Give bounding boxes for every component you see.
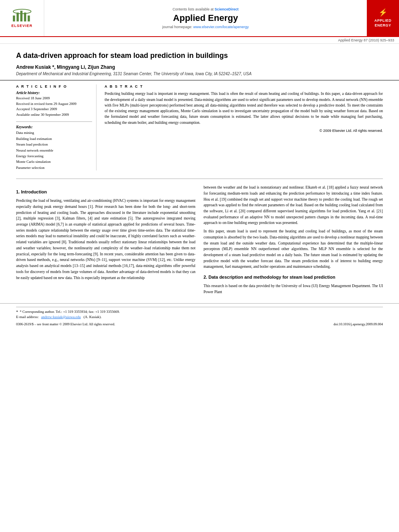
svg-rect-1 [16,12,19,21]
body-col-left: 1. Introduction Predicting the load of h… [16,185,195,298]
body-col-right: between the weather and the load is nons… [204,185,383,298]
svg-rect-0 [12,15,15,21]
accepted-date: Accepted 3 September 2009 [16,107,92,112]
main-body: 1. Introduction Predicting the load of h… [0,183,399,299]
article-info-label: A R T I C L E I N F O [16,84,92,88]
footer-bottom: 0306-2619/$ – see front matter © 2009 El… [16,322,383,326]
journal-url-line: journal homepage: www.elsevier.com/locat… [162,25,249,29]
copyright-line: © 2009 Elsevier Ltd. All rights reserved… [105,129,383,133]
elsevier-tree-icon [8,9,36,23]
journal-center-header: Contents lists available at ScienceDirec… [44,0,367,36]
section2-heading: 2. Data description and methodology for … [204,274,383,281]
intro-para-1: Predicting the load of heating, ventilat… [16,198,195,281]
journal-title: Applied Energy [173,13,238,23]
article-title-section: A data-driven approach for steam load pr… [0,44,399,80]
corresponding-star: * [16,310,18,314]
keyword-item: Monte Carlo simulation [16,159,92,164]
abstract-section: A B S T R A C T Predicting building ener… [105,84,383,170]
section2-para-1: This research is based on the data provi… [204,283,383,295]
section-divider [16,179,383,179]
revised-date: Received in revised form 29 August 2009 [16,101,92,107]
intro-para-3: In this paper, steam load is used to rep… [204,228,383,270]
sciencedirect-link[interactable]: ScienceDirect [215,7,239,11]
keyword-item: Building load estimation [16,136,92,142]
journal-url-link[interactable]: www.elsevier.com/locate/apenergy [193,25,249,29]
article-footer: * * Corresponding author. Tel.: +1 319 3… [0,303,399,329]
journal-meta-line: Applied Energy 87 (2010) 925–933 [0,37,399,44]
available-date: Available online 30 September 2009 [16,112,92,118]
history-title: Article history: [16,91,92,95]
article-info-abstract: A R T I C L E I N F O Article history: R… [0,80,399,175]
intro-heading: 1. Introduction [16,189,195,195]
keywords-section: Keywords: Data miningBuilding load estim… [16,125,92,170]
keywords-list: Data miningBuilding load estimationSteam… [16,130,92,170]
journal-header: ELSEVIER Contents lists available at Sci… [0,0,399,37]
corresponding-note-text: * Corresponding author. Tel.: +1 319 335… [20,310,120,314]
svg-rect-4 [27,15,30,21]
applied-energy-badge: ⚡ APPLIED ENERGY [367,0,399,36]
sciencedirect-line: Contents lists available at ScienceDirec… [173,7,239,11]
doi-line: doi:10.1016/j.apenergy.2009.09.004 [333,322,383,326]
keywords-title: Keywords: [16,125,92,129]
elsevier-brand-text: ELSEVIER [11,24,33,28]
keyword-item: Data mining [16,130,92,136]
corresponding-author-note: * * Corresponding author. Tel.: +1 319 3… [16,310,383,314]
received-date: Received 18 June 2009 [16,96,92,101]
abstract-text: Predicting building energy load is impor… [105,91,383,125]
email-label: E-mail address: [16,315,39,319]
article-history: Article history: Received 18 June 2009 R… [16,91,92,117]
keyword-item: Neural network ensemble [16,148,92,153]
keyword-item: Steam load prediction [16,142,92,147]
intro-para-2: between the weather and the load is nons… [204,185,383,226]
article-authors: Andrew Kusiak *, Mingyang Li, Zijun Zhan… [16,64,383,70]
email-address[interactable]: andrew-kusiak@uiowa.edu [41,315,81,319]
issn-line: 0306-2619/$ – see front matter © 2009 El… [16,322,115,326]
applied-energy-icon: ⚡ [378,8,387,17]
article-info-panel: A R T I C L E I N F O Article history: R… [16,84,97,170]
elsevier-logo-area: ELSEVIER [0,0,44,36]
keyword-item: Energy forecasting [16,153,92,159]
article-affiliation: Department of Mechanical and Industrial … [16,72,383,76]
footer-divider [16,307,383,307]
email-line: E-mail address: andrew-kusiak@uiowa.edu … [16,315,383,319]
email-note: (A. Kusiak). [84,315,102,319]
keyword-item: Parameter selection [16,165,92,170]
abstract-label: A B S T R A C T [105,84,383,88]
badge-text: APPLIED ENERGY [374,18,392,28]
svg-rect-2 [20,10,23,21]
article-title: A data-driven approach for steam load pr… [16,51,383,60]
info-divider [16,121,92,122]
